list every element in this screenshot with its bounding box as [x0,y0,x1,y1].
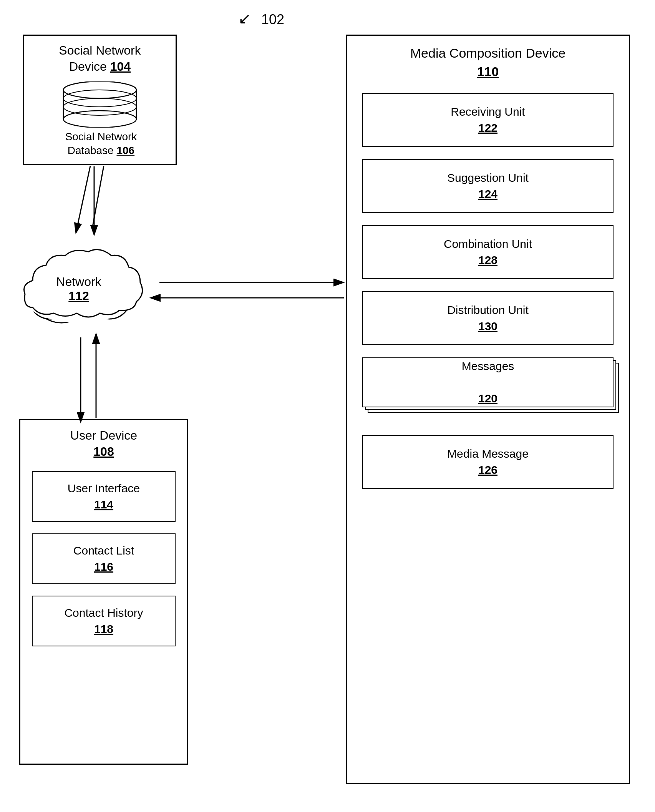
database-cylinder-svg [61,81,138,128]
social-network-device-box: Social Network Device 104 Social Network… [23,35,177,165]
mcd-title: Media Composition Device 110 [347,36,629,81]
contact-history-box: Contact History 118 [32,596,176,646]
media-message-label: Media Message [447,447,529,460]
mcd-title-text: Media Composition Device [410,46,565,60]
db-label-line2: Database [68,144,114,156]
user-interface-ref: 114 [94,498,113,511]
receiving-unit-box: Receiving Unit 122 [362,93,614,147]
snd-to-network-arrow2 [92,166,104,229]
snd-title-line2: Device [69,60,107,73]
social-network-device-title: Social Network Device 104 [24,36,176,75]
contact-history-label: Contact History [64,606,143,619]
snd-title-line1: Social Network [59,43,141,57]
contact-list-label: Contact List [73,544,134,557]
ref-102-label: 102 [261,12,284,28]
diagram: ↙ 102 Social Network Device 104 Social N… [0,0,655,812]
messages-ref: 120 [478,390,497,407]
contact-list-box: Contact List 116 [32,533,176,584]
mcd-ref: 110 [477,64,499,79]
distribution-unit-ref: 130 [478,320,497,332]
messages-box: Messages 120 [362,357,614,407]
ref-102-text: 102 [261,12,284,27]
distribution-unit-box: Distribution Unit 130 [362,291,614,345]
database-label: Social Network Database 106 [59,130,143,158]
media-message-ref: 126 [478,463,497,476]
suggestion-unit-ref: 124 [478,188,497,200]
snd-ref: 104 [110,60,131,73]
suggestion-unit-label: Suggestion Unit [447,171,529,184]
ud-ref: 108 [93,445,114,458]
receiving-unit-ref: 122 [478,121,497,134]
network-ref: 112 [68,289,89,303]
media-message-box: Media Message 126 [362,435,614,489]
media-composition-device-box: Media Composition Device 110 Receiving U… [346,35,630,784]
combination-unit-box: Combination Unit 128 [362,225,614,279]
ud-title: User Device [70,428,137,442]
combination-unit-label: Combination Unit [444,237,532,250]
distribution-unit-label: Distribution Unit [447,304,529,316]
contact-history-ref: 118 [94,623,113,635]
network-label: Network 112 [33,275,125,303]
messages-stack: Messages 120 [362,357,614,423]
user-interface-box: User Interface 114 [32,471,176,522]
ref-102-arrow: ↙ [238,10,251,27]
messages-label: Messages [462,358,514,374]
user-device-box: User Device 108 User Interface 114 Conta… [19,419,188,765]
user-device-title: User Device 108 [20,420,187,460]
db-ref: 106 [116,144,134,156]
combination-unit-ref: 128 [478,254,497,266]
suggestion-unit-box: Suggestion Unit 124 [362,159,614,213]
db-label-line1: Social Network [65,131,137,143]
user-interface-label: User Interface [68,482,140,495]
receiving-unit-label: Receiving Unit [451,105,525,118]
contact-list-ref: 116 [94,560,113,573]
snd-to-network-arrow [77,166,90,229]
network-label-text: Network [56,275,101,289]
